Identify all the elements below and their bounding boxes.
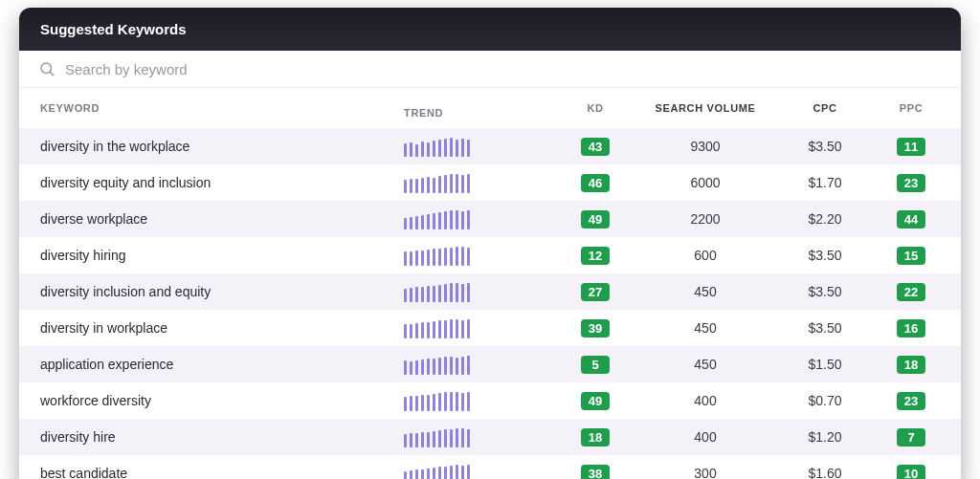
trend-bar bbox=[404, 434, 407, 447]
col-cpc: CPC bbox=[777, 102, 873, 114]
trend-bar bbox=[433, 178, 435, 193]
trend-bar bbox=[467, 174, 470, 193]
cell-keyword: diversity hiring bbox=[40, 248, 404, 263]
trend-bar bbox=[404, 251, 407, 266]
cell-kd: 12 bbox=[557, 247, 634, 265]
col-kd: KD bbox=[557, 102, 634, 114]
kd-badge: 49 bbox=[581, 210, 610, 229]
trend-bar bbox=[456, 140, 458, 157]
kd-badge: 46 bbox=[581, 174, 610, 192]
table-row[interactable]: workforce diversity49400$0.7023 bbox=[19, 382, 961, 419]
trend-bar bbox=[444, 284, 447, 302]
trend-bar bbox=[433, 249, 435, 266]
ppc-badge: 10 bbox=[897, 465, 925, 480]
trend-bar bbox=[410, 217, 412, 229]
trend-bar bbox=[438, 176, 441, 193]
kd-badge: 27 bbox=[581, 283, 610, 301]
trend-bar bbox=[456, 358, 458, 375]
col-volume: SEARCH VOLUME bbox=[634, 102, 777, 114]
cell-trend bbox=[404, 463, 557, 479]
trend-bar bbox=[461, 357, 464, 375]
cell-volume: 450 bbox=[634, 357, 777, 372]
cell-trend bbox=[404, 245, 557, 266]
table-row[interactable]: diversity hiring12600$3.5015 bbox=[19, 237, 961, 273]
ppc-badge: 23 bbox=[897, 174, 925, 192]
trend-bar bbox=[467, 210, 470, 229]
trend-bar bbox=[404, 180, 407, 193]
ppc-badge: 11 bbox=[897, 138, 925, 156]
trend-bar bbox=[467, 429, 470, 447]
trend-bar bbox=[410, 251, 412, 266]
trend-bar bbox=[433, 394, 435, 411]
search-row bbox=[19, 51, 961, 88]
trend-bar bbox=[404, 397, 407, 411]
cell-kd: 39 bbox=[557, 319, 634, 337]
kd-badge: 49 bbox=[581, 392, 610, 410]
trend-bar bbox=[438, 249, 441, 266]
trend-bar bbox=[461, 284, 464, 302]
cell-cpc: $3.50 bbox=[777, 139, 873, 154]
trend-bar bbox=[456, 210, 458, 229]
table-row[interactable]: diversity equity and inclusion466000$1.7… bbox=[19, 164, 961, 201]
table-row[interactable]: diversity inclusion and equity27450$3.50… bbox=[19, 273, 961, 310]
ppc-badge: 23 bbox=[897, 392, 925, 410]
trend-bar bbox=[438, 320, 441, 338]
cell-keyword: workforce diversity bbox=[40, 393, 404, 408]
trend-bar bbox=[456, 392, 458, 411]
trend-bar bbox=[456, 465, 458, 479]
trend-bar bbox=[415, 250, 418, 266]
cell-volume: 2200 bbox=[634, 211, 777, 227]
cell-trend bbox=[404, 136, 557, 157]
trend-bar bbox=[438, 212, 441, 229]
trend-bar bbox=[433, 431, 435, 447]
trend-bar bbox=[461, 247, 464, 266]
table-row[interactable]: application experience5450$1.5018 bbox=[19, 346, 961, 382]
cell-keyword: application experience bbox=[40, 357, 404, 372]
trend-bar bbox=[444, 248, 447, 266]
trend-bar bbox=[427, 142, 430, 157]
table-row[interactable]: diversity in workplace39450$3.5016 bbox=[19, 310, 961, 346]
cell-cpc: $3.50 bbox=[777, 284, 873, 299]
trend-bar bbox=[461, 428, 464, 447]
table-row[interactable]: best candidate38300$1.6010 bbox=[19, 455, 961, 479]
table-header: KEYWORD TREND KD SEARCH VOLUME CPC PPC bbox=[19, 88, 961, 128]
trend-bar bbox=[421, 142, 424, 157]
trend-bar bbox=[467, 248, 470, 266]
search-input[interactable] bbox=[65, 61, 942, 77]
trend-bar bbox=[456, 247, 458, 266]
trend-bar bbox=[456, 283, 458, 302]
trend-bar bbox=[461, 393, 464, 411]
svg-line-1 bbox=[50, 72, 53, 75]
table-row[interactable]: diversity hire18400$1.207 bbox=[19, 419, 961, 455]
cell-ppc: 16 bbox=[873, 319, 949, 337]
cell-keyword: diversity equity and inclusion bbox=[40, 175, 404, 190]
cell-keyword: diverse workplace bbox=[40, 211, 404, 227]
trend-bar bbox=[438, 358, 441, 375]
trend-bar bbox=[410, 433, 412, 447]
cell-kd: 49 bbox=[557, 210, 634, 229]
cell-ppc: 18 bbox=[873, 356, 949, 374]
trend-bar bbox=[421, 432, 424, 447]
trend-bar bbox=[427, 322, 430, 338]
cell-ppc: 44 bbox=[873, 210, 949, 229]
cell-volume: 400 bbox=[634, 429, 777, 445]
cell-kd: 43 bbox=[557, 138, 634, 156]
trend-bar bbox=[450, 174, 453, 193]
trend-bar bbox=[467, 140, 470, 157]
kd-badge: 5 bbox=[581, 356, 610, 374]
cell-volume: 600 bbox=[634, 248, 777, 263]
cell-cpc: $3.50 bbox=[777, 320, 873, 336]
table-body: diversity in the workplace439300$3.5011d… bbox=[19, 128, 961, 479]
table-row[interactable]: diversity in the workplace439300$3.5011 bbox=[19, 128, 961, 164]
cell-kd: 18 bbox=[557, 428, 634, 446]
cell-ppc: 23 bbox=[873, 392, 949, 410]
cell-keyword: diversity in the workplace bbox=[40, 139, 404, 154]
trend-bar bbox=[461, 320, 464, 338]
trend-bar bbox=[438, 467, 441, 479]
table-row[interactable]: diverse workplace492200$2.2044 bbox=[19, 201, 961, 237]
trend-bar bbox=[427, 286, 430, 302]
trend-bar bbox=[427, 468, 430, 479]
trend-bar bbox=[467, 465, 470, 479]
cell-kd: 49 bbox=[557, 392, 634, 410]
trend-bar bbox=[433, 141, 435, 157]
